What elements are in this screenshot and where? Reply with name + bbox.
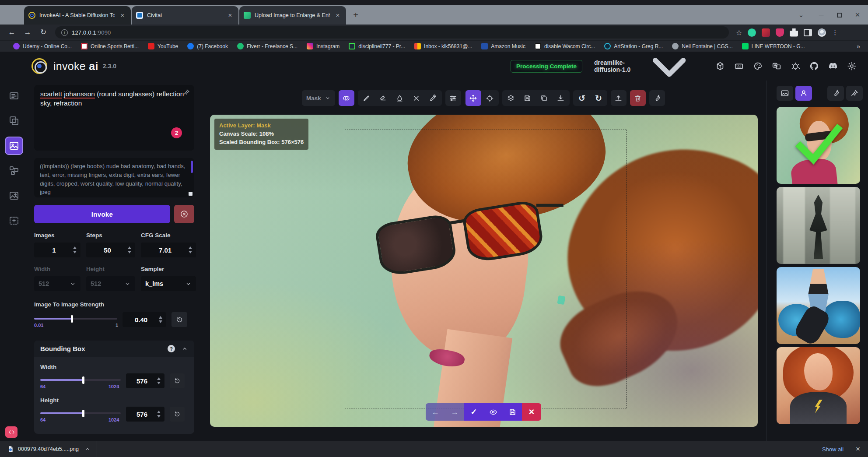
undo-button[interactable]: ↺ — [574, 90, 590, 106]
window-minimize-button[interactable]: ─ — [817, 9, 826, 21]
tab-close-icon[interactable]: × — [119, 11, 126, 19]
tab-search-icon[interactable]: ⌄ — [797, 9, 805, 21]
bbox-width-reset-button[interactable] — [170, 373, 185, 388]
redo-button[interactable]: ↻ — [591, 90, 606, 106]
localization-icon[interactable] — [771, 60, 782, 72]
width-select[interactable]: 512 — [34, 276, 80, 291]
settings-gear-icon[interactable] — [846, 60, 858, 72]
next-image-button[interactable]: → — [445, 403, 464, 421]
tab-civitai[interactable]: Civitai × — [132, 6, 238, 25]
enable-mask-button[interactable] — [339, 90, 354, 106]
tab-invokeai[interactable]: InvokeAI - A Stable Diffusion To × — [24, 6, 131, 25]
bbox-height-reset-button[interactable] — [170, 407, 185, 422]
bookmark-fiverr[interactable]: Fiverr - Freelance S... — [237, 43, 298, 49]
tab-training[interactable] — [5, 211, 23, 230]
browser-menu-icon[interactable]: ⋮ — [832, 28, 838, 37]
canvas-settings-button[interactable] — [649, 90, 665, 106]
i2i-strength-input[interactable]: 0.40 — [122, 312, 166, 327]
reload-icon[interactable]: ↻ — [37, 26, 50, 39]
window-close-button[interactable]: × — [853, 9, 862, 21]
previous-image-button[interactable]: ← — [426, 403, 445, 421]
layer-select[interactable]: Mask — [302, 90, 335, 106]
toggle-preview-button[interactable] — [483, 403, 503, 421]
bbox-width-input[interactable]: 576 — [126, 373, 164, 388]
gallery-thumbnail[interactable] — [777, 347, 860, 424]
url-bar[interactable]: i 127.0.0.1:9090 — [55, 26, 729, 39]
download-item[interactable]: 000979.40d74eb5.....png — [0, 441, 97, 457]
close-shelf-icon[interactable]: × — [856, 445, 860, 453]
help-icon[interactable]: ? — [168, 345, 175, 352]
bookmarks-overflow-icon[interactable]: » — [857, 43, 860, 50]
stepper-down-icon[interactable] — [157, 415, 161, 418]
github-icon[interactable] — [808, 60, 820, 72]
gallery-thumbnail[interactable] — [777, 187, 860, 264]
discord-icon[interactable] — [827, 60, 839, 72]
stepper-up-icon[interactable] — [159, 316, 162, 319]
bounding-box-selection[interactable] — [345, 130, 626, 408]
tab-post-processing[interactable] — [5, 186, 23, 205]
stepper-down-icon[interactable] — [128, 251, 131, 253]
profile-avatar[interactable] — [818, 28, 826, 37]
bookmark-instagram[interactable]: Instagram — [307, 43, 340, 49]
report-bug-icon[interactable] — [790, 60, 801, 72]
slider-thumb[interactable] — [82, 376, 84, 384]
gallery-settings-button[interactable] — [827, 86, 844, 101]
tab-nodes[interactable] — [5, 162, 23, 180]
chevron-up-icon[interactable] — [181, 345, 188, 352]
height-select[interactable]: 512 — [86, 276, 135, 291]
tab-text-to-image[interactable] — [5, 87, 23, 105]
pin-options-icon[interactable] — [182, 88, 190, 99]
invoke-button[interactable]: Invoke — [34, 205, 170, 223]
slider-thumb[interactable] — [82, 410, 84, 417]
unified-canvas[interactable]: Active Layer: Mask Canvas Scale: 108% Sc… — [200, 81, 766, 441]
stepper-up-icon[interactable] — [73, 246, 77, 249]
bbox-height-slider[interactable]: 64 1024 — [40, 407, 121, 423]
fill-tool-button[interactable] — [392, 90, 408, 106]
extension-volume-icon[interactable] — [762, 28, 770, 37]
move-tool-button[interactable] — [466, 90, 481, 106]
bookmark-udemy[interactable]: Udemy - Online Co... — [13, 43, 72, 49]
download-image-button[interactable] — [553, 90, 569, 106]
show-all-downloads-link[interactable]: Show all — [822, 446, 844, 453]
bookmark-star-icon[interactable]: ☆ — [736, 28, 742, 37]
save-to-gallery-button[interactable] — [520, 90, 536, 106]
stepper-down-icon[interactable] — [189, 251, 192, 253]
bookmark-deviantart[interactable]: disciplineil777 - Pr... — [349, 43, 405, 49]
tab-upscale[interactable]: Upload Image to Enlarge & Enha × — [239, 6, 346, 25]
side-panel-icon[interactable] — [804, 29, 812, 36]
new-tab-button[interactable]: + — [350, 9, 362, 21]
gallery-thumbnail[interactable] — [777, 267, 860, 344]
color-picker-button[interactable] — [425, 90, 441, 106]
model-manager-icon[interactable] — [714, 60, 726, 72]
extension-grammarly-icon[interactable] — [748, 28, 756, 37]
tab-close-icon[interactable]: × — [334, 11, 342, 19]
reset-view-button[interactable] — [482, 90, 498, 106]
cancel-button[interactable] — [174, 205, 194, 223]
gallery-pin-button[interactable] — [846, 86, 863, 101]
window-restore-button[interactable] — [837, 13, 842, 18]
chevron-up-icon[interactable] — [84, 446, 91, 452]
discard-image-button[interactable]: × — [522, 403, 541, 421]
bookmark-facebook[interactable]: (7) Facebook — [187, 43, 228, 49]
stepper-down-icon[interactable] — [73, 251, 77, 253]
slider-thumb[interactable] — [71, 315, 73, 323]
forward-icon[interactable]: → — [21, 26, 34, 39]
model-select[interactable]: dreamlike-diffusion-1.0 — [590, 59, 707, 74]
eraser-tool-button[interactable] — [375, 90, 391, 106]
gallery-user-tab[interactable] — [795, 86, 812, 101]
cfg-input[interactable]: 7.01 — [141, 243, 196, 257]
bookmark-webtoon[interactable]: LINE WEBTOON - G... — [742, 43, 805, 49]
tab-close-icon[interactable]: × — [226, 11, 234, 19]
stepper-down-icon[interactable] — [159, 320, 162, 323]
console-toggle-button[interactable] — [5, 426, 18, 438]
images-input[interactable]: 1 — [34, 243, 80, 257]
canvas-artwork[interactable]: Active Layer: Mask Canvas Scale: 108% Sc… — [210, 115, 758, 427]
stepper-down-icon[interactable] — [157, 382, 161, 384]
accept-image-button[interactable]: ✓ — [464, 403, 483, 421]
bbox-height-input[interactable]: 576 — [126, 407, 164, 422]
merge-layers-button[interactable] — [503, 90, 519, 106]
bookmark-amazon-music[interactable]: Amazon Music — [481, 43, 525, 49]
copy-to-clipboard-button[interactable] — [536, 90, 552, 106]
extensions-puzzle-icon[interactable] — [790, 28, 798, 37]
clear-canvas-button[interactable] — [630, 90, 646, 106]
